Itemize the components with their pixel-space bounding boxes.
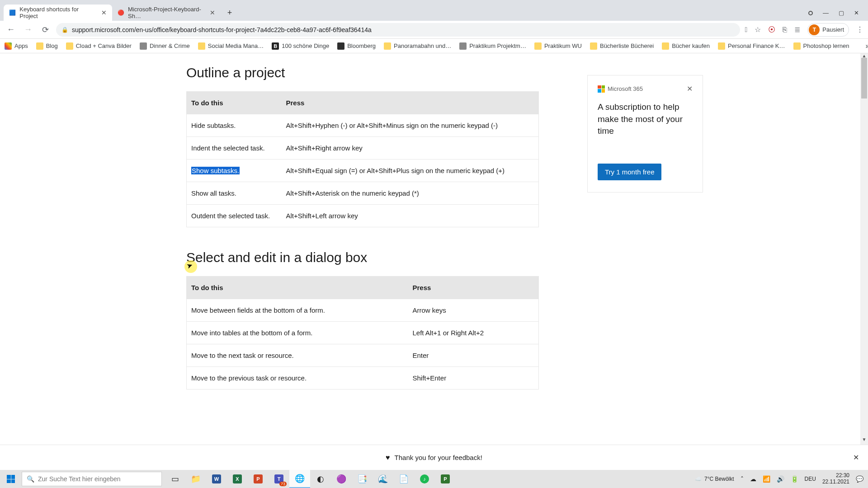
shortcuts-table-dialog: To do this Press Move between fields at …	[186, 276, 539, 389]
bookmarks-overflow-icon[interactable]: »	[865, 42, 868, 50]
vertical-scrollbar[interactable]: ▲ ▼	[860, 53, 868, 445]
lock-icon: 🔒	[61, 27, 68, 33]
heart-icon: ♥	[386, 454, 390, 462]
translate-icon[interactable]: 🊠	[745, 26, 747, 34]
notifications-icon[interactable]: 💬	[856, 475, 863, 483]
tab-title: Keyboard shortcuts for Project	[19, 6, 95, 19]
table-cell-shortcut: Shift+Enter	[408, 367, 539, 389]
bookmark-label: Dinner & Crime	[150, 42, 190, 49]
table-cell-action: Show all tasks.	[187, 182, 282, 205]
table-cell-action: Indent the selected task.	[187, 137, 282, 160]
reading-list-icon[interactable]: ≣	[794, 25, 800, 34]
table-cell-shortcut: Alt+Shift+Hyphen (-) or Alt+Shift+Minus …	[282, 114, 539, 137]
bookmark-star-icon[interactable]: ☆	[755, 25, 761, 34]
table-header: Press	[408, 277, 539, 299]
nav-reload-button[interactable]: ⟳	[39, 23, 52, 36]
edge-icon[interactable]: 🌊	[373, 470, 393, 488]
kebab-menu-icon[interactable]: ⋮	[856, 25, 863, 34]
table-cell-action: Move to the previous task or resource.	[187, 367, 408, 389]
feedback-close-icon[interactable]: ✕	[853, 453, 859, 462]
promo-close-icon[interactable]: ✕	[687, 84, 693, 93]
toolbar-icons: 🊠 ☆ ⦿ ⎘ ≣ T Pausiert ⋮	[745, 23, 863, 37]
profile-chip[interactable]: T Pausiert	[807, 23, 849, 37]
task-view-button[interactable]: ▭	[165, 470, 185, 488]
windows-logo-icon	[7, 475, 15, 483]
promo-logo: Microsoft 365	[598, 85, 643, 93]
table-cell-shortcut: Alt+Shift+Asterisk on the numeric keypad…	[282, 182, 539, 205]
extension-icon[interactable]: ⎘	[783, 26, 787, 34]
teams-icon[interactable]: T73	[269, 470, 289, 488]
volume-icon[interactable]: 🔊	[777, 475, 784, 483]
network-icon[interactable]: 📶	[763, 475, 770, 483]
weather-widget[interactable]: ☁️7°C Bewölkt	[695, 476, 734, 482]
powerpoint-icon[interactable]: P	[248, 470, 269, 488]
tab-close-icon[interactable]: ✕	[210, 9, 215, 16]
bookmark-item[interactable]: Dinner & Crime	[140, 42, 190, 50]
browser-tab-active[interactable]: 🟦 Keyboard shortcuts for Project ✕	[4, 5, 112, 21]
chrome-icon[interactable]: 🌐	[289, 470, 310, 488]
page-content: Outline a project To do this Press Hide …	[0, 53, 868, 443]
window-maximize-icon[interactable]: ▢	[839, 9, 844, 16]
microsoft-logo-icon	[598, 85, 605, 93]
profile-indicator-icon[interactable]	[808, 11, 813, 15]
app-icon[interactable]: ◐	[310, 470, 331, 488]
windows-taskbar: 🔍 Zur Suche Text hier eingeben ▭ 📁 W X P…	[0, 470, 868, 488]
table-cell-action: Show subtasks.	[187, 160, 282, 182]
window-minimize-icon[interactable]: —	[823, 9, 829, 16]
browser-tab[interactable]: 🔴 Microsoft-Project-Keyboard-Sh… ✕	[112, 5, 221, 21]
onedrive-icon[interactable]: ☁	[750, 475, 756, 483]
avatar: T	[809, 24, 820, 35]
bookmark-item[interactable]: Blog	[36, 42, 58, 50]
battery-icon[interactable]: 🔋	[791, 475, 798, 483]
bookmark-item[interactable]: Cload + Canva Bilder	[66, 42, 132, 50]
folder-icon	[590, 42, 597, 50]
teams-badge: 73	[279, 482, 287, 486]
language-indicator[interactable]: DEU	[805, 476, 816, 482]
spotify-icon[interactable]: ♪	[414, 470, 435, 488]
excel-icon[interactable]: X	[227, 470, 248, 488]
bookmark-item[interactable]: Praktikum WU	[534, 42, 582, 50]
bookmark-label: Bücher kaufen	[672, 42, 710, 49]
tab-favicon: 🔴	[118, 9, 124, 16]
bookmark-item[interactable]: Photoshop lernen	[793, 42, 849, 50]
bookmark-item[interactable]: Bloomberg	[337, 42, 376, 50]
bookmark-item[interactable]: Praktikum Projektm…	[459, 42, 526, 50]
extension-adblock-icon[interactable]: ⦿	[768, 26, 775, 34]
window-close-icon[interactable]: ✕	[854, 9, 859, 16]
project-icon[interactable]: P	[435, 470, 456, 488]
bookmark-item[interactable]: Personal Finance K…	[718, 42, 785, 50]
file-explorer-icon[interactable]: 📁	[185, 470, 206, 488]
tray-overflow-icon[interactable]: ˄	[741, 475, 744, 483]
new-tab-button[interactable]: +	[223, 6, 236, 19]
nav-forward-button[interactable]: →	[22, 23, 34, 36]
word-icon[interactable]: W	[206, 470, 227, 488]
app-icon[interactable]: 📑	[352, 470, 373, 488]
table-cell-shortcut: Enter	[408, 344, 539, 367]
table-cell-shortcut: Alt+Shift+Left arrow key	[282, 205, 539, 227]
window-controls: — ▢ ✕	[808, 9, 864, 16]
bookmark-item[interactable]: B100 schöne Dinge	[272, 42, 329, 50]
start-button[interactable]	[0, 470, 22, 488]
notepad-icon[interactable]: 📄	[393, 470, 414, 488]
bookmark-item[interactable]: Social Media Mana…	[198, 42, 264, 50]
clock[interactable]: 22:30 22.11.2021	[822, 473, 849, 485]
bookmark-apps[interactable]: Apps	[5, 42, 28, 50]
table-cell-action: Move into tables at the bottom of a form…	[187, 322, 408, 344]
address-bar[interactable]: 🔒 support.microsoft.com/en-us/office/key…	[56, 23, 740, 37]
promo-cta-button[interactable]: Try 1 month free	[598, 164, 661, 180]
bookmark-item[interactable]: Panoramabahn und…	[384, 42, 451, 50]
taskbar-search[interactable]: 🔍 Zur Suche Text hier eingeben	[22, 472, 162, 486]
page-icon	[337, 42, 344, 50]
app-icon[interactable]: 🟣	[331, 470, 352, 488]
url-text: support.microsoft.com/en-us/office/keybo…	[72, 26, 735, 33]
folder-icon	[384, 42, 391, 50]
nav-back-button[interactable]: ←	[5, 23, 17, 36]
scroll-down-icon[interactable]: ▼	[860, 437, 868, 445]
table-row: Indent the selected task.Alt+Shift+Right…	[187, 137, 539, 160]
bookmark-item[interactable]: Bücher kaufen	[662, 42, 710, 50]
bookmark-item[interactable]: Bücherliste Bücherei	[590, 42, 654, 50]
table-cell-action: Move to the next task or resource.	[187, 344, 408, 367]
scrollbar-thumb[interactable]	[861, 58, 867, 99]
tab-close-icon[interactable]: ✕	[101, 9, 107, 16]
search-placeholder: Zur Suche Text hier eingeben	[38, 475, 121, 483]
